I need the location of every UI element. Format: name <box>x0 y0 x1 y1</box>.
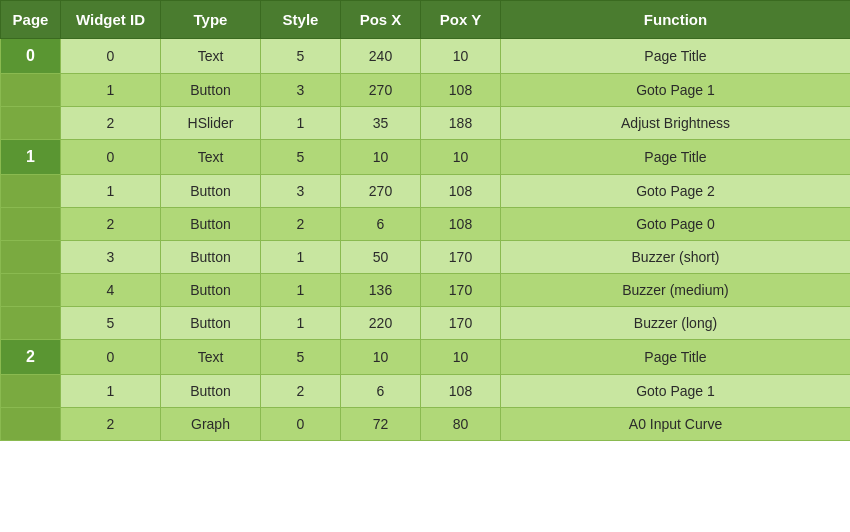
table-row: 2Button26108Goto Page 0 <box>1 208 851 241</box>
cell-style: 2 <box>261 375 341 408</box>
cell-page <box>1 307 61 340</box>
table-row: 3Button150170Buzzer (short) <box>1 241 851 274</box>
cell-function: Adjust Brightness <box>501 107 851 140</box>
header-pos-x: Pos X <box>341 1 421 39</box>
cell-page <box>1 208 61 241</box>
cell-pos-y: 10 <box>421 340 501 375</box>
cell-type: Button <box>161 208 261 241</box>
cell-page: 1 <box>1 140 61 175</box>
cell-pos-y: 170 <box>421 274 501 307</box>
cell-type: HSlider <box>161 107 261 140</box>
cell-function: Goto Page 1 <box>501 375 851 408</box>
cell-type: Text <box>161 340 261 375</box>
cell-style: 1 <box>261 241 341 274</box>
cell-pos-x: 136 <box>341 274 421 307</box>
cell-function: Page Title <box>501 340 851 375</box>
cell-function: A0 Input Curve <box>501 408 851 441</box>
cell-widget-id: 2 <box>61 408 161 441</box>
cell-style: 2 <box>261 208 341 241</box>
cell-widget-id: 0 <box>61 340 161 375</box>
cell-style: 5 <box>261 39 341 74</box>
cell-widget-id: 0 <box>61 140 161 175</box>
header-style: Style <box>261 1 341 39</box>
cell-function: Goto Page 2 <box>501 175 851 208</box>
cell-page: 2 <box>1 340 61 375</box>
cell-pos-y: 170 <box>421 307 501 340</box>
cell-type: Text <box>161 39 261 74</box>
cell-pos-x: 270 <box>341 175 421 208</box>
cell-pos-y: 10 <box>421 140 501 175</box>
cell-style: 3 <box>261 175 341 208</box>
cell-style: 1 <box>261 107 341 140</box>
header-widget-id: Widget ID <box>61 1 161 39</box>
cell-widget-id: 3 <box>61 241 161 274</box>
cell-widget-id: 0 <box>61 39 161 74</box>
cell-type: Button <box>161 241 261 274</box>
cell-page <box>1 74 61 107</box>
cell-widget-id: 5 <box>61 307 161 340</box>
cell-widget-id: 2 <box>61 208 161 241</box>
cell-type: Graph <box>161 408 261 441</box>
cell-pos-y: 10 <box>421 39 501 74</box>
cell-style: 5 <box>261 140 341 175</box>
header-function: Function <box>501 1 851 39</box>
cell-page <box>1 274 61 307</box>
cell-function: Buzzer (short) <box>501 241 851 274</box>
cell-widget-id: 2 <box>61 107 161 140</box>
cell-pos-x: 10 <box>341 340 421 375</box>
cell-page <box>1 107 61 140</box>
header-page: Page <box>1 1 61 39</box>
table-row: 2Graph07280A0 Input Curve <box>1 408 851 441</box>
table-row: 1Button3270108Goto Page 1 <box>1 74 851 107</box>
cell-pos-x: 270 <box>341 74 421 107</box>
cell-pos-y: 80 <box>421 408 501 441</box>
header-pox-y: Pox Y <box>421 1 501 39</box>
cell-function: Page Title <box>501 39 851 74</box>
cell-function: Page Title <box>501 140 851 175</box>
table-row: 2HSlider135188Adjust Brightness <box>1 107 851 140</box>
cell-pos-y: 108 <box>421 74 501 107</box>
table-row: 1Button3270108Goto Page 2 <box>1 175 851 208</box>
cell-pos-x: 50 <box>341 241 421 274</box>
table-row: 4Button1136170Buzzer (medium) <box>1 274 851 307</box>
cell-widget-id: 4 <box>61 274 161 307</box>
cell-page <box>1 408 61 441</box>
cell-style: 0 <box>261 408 341 441</box>
cell-function: Goto Page 1 <box>501 74 851 107</box>
cell-page <box>1 241 61 274</box>
cell-pos-x: 6 <box>341 375 421 408</box>
cell-page <box>1 175 61 208</box>
header-type: Type <box>161 1 261 39</box>
cell-pos-x: 6 <box>341 208 421 241</box>
cell-type: Button <box>161 175 261 208</box>
cell-type: Button <box>161 307 261 340</box>
cell-type: Text <box>161 140 261 175</box>
cell-type: Button <box>161 375 261 408</box>
cell-page: 0 <box>1 39 61 74</box>
table-row: 1Button26108Goto Page 1 <box>1 375 851 408</box>
cell-widget-id: 1 <box>61 74 161 107</box>
cell-type: Button <box>161 274 261 307</box>
cell-pos-x: 240 <box>341 39 421 74</box>
cell-function: Buzzer (medium) <box>501 274 851 307</box>
cell-style: 1 <box>261 274 341 307</box>
cell-style: 3 <box>261 74 341 107</box>
cell-style: 5 <box>261 340 341 375</box>
cell-widget-id: 1 <box>61 175 161 208</box>
cell-type: Button <box>161 74 261 107</box>
cell-pos-x: 220 <box>341 307 421 340</box>
cell-style: 1 <box>261 307 341 340</box>
cell-function: Buzzer (long) <box>501 307 851 340</box>
table-row: 5Button1220170Buzzer (long) <box>1 307 851 340</box>
cell-pos-x: 35 <box>341 107 421 140</box>
table-row: 10Text51010Page Title <box>1 140 851 175</box>
cell-pos-y: 170 <box>421 241 501 274</box>
cell-function: Goto Page 0 <box>501 208 851 241</box>
table-row: 20Text51010Page Title <box>1 340 851 375</box>
cell-pos-y: 188 <box>421 107 501 140</box>
table-header: Page Widget ID Type Style Pos X Pox Y Fu… <box>1 1 851 39</box>
cell-pos-y: 108 <box>421 208 501 241</box>
cell-pos-x: 72 <box>341 408 421 441</box>
cell-pos-y: 108 <box>421 375 501 408</box>
cell-widget-id: 1 <box>61 375 161 408</box>
